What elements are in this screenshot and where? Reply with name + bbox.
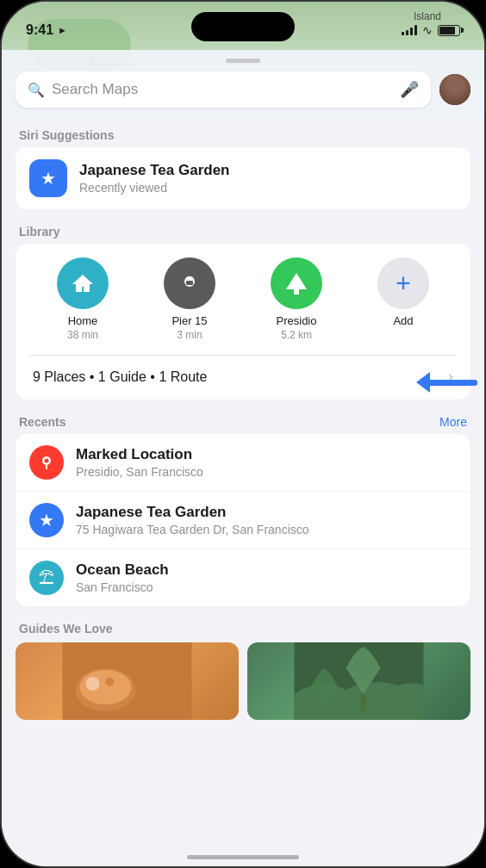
guides-label: Guides We Love xyxy=(2,611,484,642)
siri-suggestion-card: ★ Japanese Tea Garden Recently viewed xyxy=(16,147,470,209)
recent-sub-tea: 75 Hagiwara Tea Garden Dr, San Francisco xyxy=(76,523,309,536)
home-icon xyxy=(70,270,96,296)
siri-suggestion-subtitle: Recently viewed xyxy=(79,181,230,195)
home-indicator[interactable] xyxy=(187,855,299,859)
home-item-name: Home xyxy=(68,314,98,327)
status-time: 9:41 ► xyxy=(26,22,67,38)
ocean-beach-icon: ⛱ xyxy=(29,561,64,595)
location-arrow-icon: ► xyxy=(58,25,67,35)
add-icon-circle: + xyxy=(377,257,429,309)
guide-thumb-nature[interactable] xyxy=(247,642,470,720)
svg-rect-1 xyxy=(186,281,193,285)
search-input[interactable]: Search Maps xyxy=(52,81,393,98)
home-icon-circle xyxy=(57,257,109,309)
presidio-icon-circle xyxy=(271,257,322,309)
mic-icon[interactable]: 🎤 xyxy=(400,80,419,99)
arrow-head-icon xyxy=(416,372,430,393)
recents-card: Marked Location Presidio, San Francisco … xyxy=(16,434,470,606)
blue-arrow-indicator xyxy=(416,372,477,393)
wifi-icon: ∿ xyxy=(422,23,433,37)
siri-suggestion-text: Japanese Tea Garden Recently viewed xyxy=(79,162,230,195)
recent-title-marked: Marked Location xyxy=(76,446,203,463)
presidio-item-sub: 5.2 km xyxy=(281,329,312,341)
add-item-name: Add xyxy=(393,314,413,327)
recents-header: Recents More xyxy=(2,405,484,434)
tea-garden-icon: ★ xyxy=(29,503,64,537)
siri-suggestion-title: Japanese Tea Garden xyxy=(79,162,230,179)
add-item-sub xyxy=(402,329,404,341)
recent-item-marked-location[interactable]: Marked Location Presidio, San Francisco xyxy=(16,434,470,492)
pin-icon xyxy=(38,454,55,471)
pier-icon xyxy=(178,271,202,295)
pier-item-name: Pier 15 xyxy=(171,314,207,327)
library-item-home[interactable]: Home 38 min xyxy=(53,257,113,341)
pier-item-sub: 3 min xyxy=(177,329,202,341)
marked-location-icon xyxy=(29,445,64,480)
recent-title-tea: Japanese Tea Garden xyxy=(76,504,309,521)
recent-sub-ocean: San Francisco xyxy=(76,580,169,594)
library-item-pier[interactable]: Pier 15 3 min xyxy=(159,257,220,341)
home-item-sub: 38 min xyxy=(67,329,98,341)
library-card: Home 38 min Pier 15 3 m xyxy=(16,244,470,400)
library-item-add[interactable]: + Add xyxy=(373,257,433,341)
library-item-presidio[interactable]: Presidio 5.2 km xyxy=(266,257,327,341)
search-icon: 🔍 xyxy=(28,82,45,98)
siri-suggestions-label: Siri Suggestions xyxy=(2,118,484,147)
signal-bars-icon xyxy=(402,25,417,35)
dynamic-island xyxy=(191,12,295,41)
svg-point-9 xyxy=(86,677,100,691)
more-button[interactable]: More xyxy=(439,415,467,429)
drag-handle[interactable] xyxy=(226,59,260,63)
recent-title-ocean: Ocean Beach xyxy=(76,561,169,579)
status-right-icons: ∿ xyxy=(402,23,460,37)
library-footer[interactable]: 9 Places • 1 Guide • 1 Route › xyxy=(29,356,457,386)
guides-preview xyxy=(2,642,484,734)
recent-sub-marked: Presidio, San Francisco xyxy=(76,465,203,479)
main-content: 🔍 Search Maps 🎤 Siri Suggestions ★ xyxy=(2,50,484,866)
recent-text-marked: Marked Location Presidio, San Francisco xyxy=(76,446,203,479)
recent-text-tea: Japanese Tea Garden 75 Hagiwara Tea Gard… xyxy=(76,504,309,536)
search-bar[interactable]: 🔍 Search Maps 🎤 xyxy=(16,71,431,108)
svg-rect-12 xyxy=(360,694,367,711)
battery-icon xyxy=(438,25,460,36)
pier-icon-circle xyxy=(164,257,215,309)
recent-text-ocean: Ocean Beach San Francisco xyxy=(76,561,169,594)
library-footer-text: 9 Places • 1 Guide • 1 Route xyxy=(33,369,207,385)
siri-suggestion-icon: ★ xyxy=(29,159,67,197)
siri-suggestion-item[interactable]: ★ Japanese Tea Garden Recently viewed xyxy=(16,147,470,209)
recents-label: Recents xyxy=(19,415,65,429)
tree-icon xyxy=(284,270,308,296)
presidio-item-name: Presidio xyxy=(277,314,317,327)
guide-thumb-food[interactable] xyxy=(16,642,239,720)
svg-point-10 xyxy=(106,678,115,686)
library-icons-row: Home 38 min Pier 15 3 m xyxy=(29,257,457,341)
library-label: Library xyxy=(2,214,484,244)
recent-item-tea-garden[interactable]: ★ Japanese Tea Garden 75 Hagiwara Tea Ga… xyxy=(16,492,470,549)
results-panel[interactable]: Siri Suggestions ★ Japanese Tea Garden R… xyxy=(2,118,484,866)
svg-rect-3 xyxy=(294,289,299,294)
svg-marker-2 xyxy=(286,273,307,289)
recent-item-ocean-beach[interactable]: ⛱ Ocean Beach San Francisco xyxy=(16,549,470,606)
phone-frame: Island 9:41 ► ∿ 🔍 xyxy=(0,0,486,868)
arrow-body xyxy=(430,380,477,386)
avatar-face xyxy=(439,74,470,105)
svg-point-5 xyxy=(45,459,49,463)
user-avatar-button[interactable] xyxy=(439,74,470,105)
search-area: 🔍 Search Maps 🎤 xyxy=(2,50,484,118)
